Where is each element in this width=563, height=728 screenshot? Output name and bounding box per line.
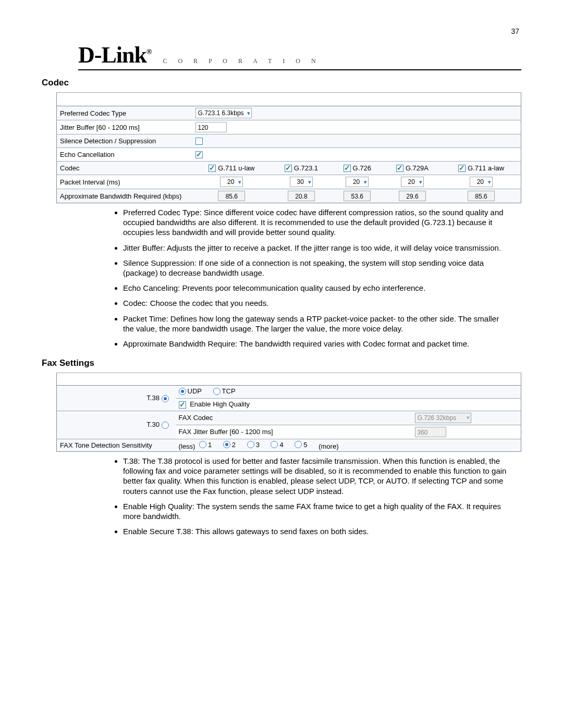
fax-notes-list: T.38: The T.38 protocol is used for bett… (42, 456, 521, 536)
tone-radio-5[interactable] (295, 441, 302, 448)
chevron-down-icon: ▾ (306, 179, 311, 186)
fax-codec-label: FAX Codec (176, 411, 412, 425)
fax-note: Enable Secure T.38: This allows gateways… (123, 526, 512, 536)
codec-settings-header: Codec Settings (57, 93, 521, 106)
t30-radio[interactable] (162, 422, 169, 429)
jitter-buffer-input[interactable]: 120 (195, 122, 227, 132)
tone-radio-4[interactable] (271, 441, 278, 448)
t38-label: T.38 (146, 394, 160, 402)
tone-opt-label: 5 (303, 441, 307, 449)
chevron-down-icon: ▾ (464, 414, 470, 421)
codec-g729a-label: G.729A (406, 164, 429, 172)
chevron-down-icon: ▾ (362, 179, 367, 186)
chevron-down-icon: ▾ (417, 179, 422, 186)
bandwidth-value-1: 20.8 (288, 191, 315, 201)
codec-g729a-checkbox[interactable] (396, 165, 403, 172)
bandwidth-value-0: 85.6 (218, 191, 245, 201)
tone-more-label: (more) (319, 442, 338, 450)
echo-cancellation-label: Echo Cancellation (57, 148, 192, 162)
brand-logo: D-Link® (78, 42, 151, 68)
codec-g7231-checkbox[interactable] (285, 165, 292, 172)
codec-g726-checkbox[interactable] (344, 165, 351, 172)
codec-g726-label: G.726 (353, 164, 371, 172)
preferred-codec-select[interactable]: G.723.1 6.3kbps ▾ (195, 108, 252, 118)
udp-radio[interactable] (179, 388, 186, 395)
t38-radio[interactable] (162, 395, 169, 402)
tone-less-label: (less) (179, 442, 195, 450)
codec-note: Echo Canceling: Prevents poor telecommun… (123, 283, 512, 293)
codec-g711a-checkbox[interactable] (458, 165, 466, 172)
tone-opt-label: 1 (208, 441, 212, 449)
codec-heading: Codec (42, 78, 521, 88)
pkt-interval-select-0[interactable]: 20▾ (220, 177, 243, 187)
fax-jitter-input[interactable]: 360 (415, 427, 446, 437)
t30-label: T.30 (146, 421, 160, 428)
tone-radio-1[interactable] (199, 441, 206, 448)
tone-radio-2[interactable] (223, 441, 230, 448)
tone-radio-3[interactable] (247, 441, 254, 448)
codec-settings-table: Codec Settings Preferred Codec Type G.72… (56, 92, 521, 203)
chevron-down-icon: ▾ (245, 110, 250, 117)
codec-note: Jitter Buffer: Adjusts the jitter to rec… (123, 243, 512, 253)
silence-suppression-checkbox[interactable] (195, 138, 203, 145)
fax-tone-sensitivity-label: FAX Tone Detection Sensitivity (57, 439, 176, 452)
enable-high-quality-checkbox[interactable] (179, 401, 186, 409)
codec-note: Packet Time: Defines how long the gatewa… (123, 314, 512, 334)
pkt-interval-select-2[interactable]: 20▾ (346, 177, 369, 187)
bandwidth-value-3: 29.6 (399, 191, 426, 201)
pkt-interval-select-4[interactable]: 20▾ (470, 177, 493, 187)
bandwidth-value-2: 53.6 (344, 191, 371, 201)
tone-opt-label: 2 (232, 441, 236, 449)
tone-opt-label: 4 (279, 441, 283, 449)
chevron-down-icon: ▾ (486, 179, 491, 186)
codec-list-label: Codec (57, 162, 192, 175)
page-header: D-Link® C O R P O R A T I O N (78, 42, 521, 70)
brand-subtitle: C O R P O R A T I O N (163, 57, 320, 68)
codec-notes-list: Preferred Codec Type: Since different vo… (42, 207, 521, 349)
pkt-interval-select-3[interactable]: 20▾ (401, 177, 424, 187)
silence-suppression-label: Silence Detection / Suppression (57, 134, 192, 148)
pkt-interval-select-1[interactable]: 30▾ (290, 177, 313, 187)
tone-opt-label: 3 (256, 441, 260, 449)
chevron-down-icon: ▾ (236, 179, 241, 186)
codec-g711a-label: G.711 a-law (468, 164, 504, 172)
fax-settings-header: FAX Settings (57, 373, 521, 386)
header-divider (78, 69, 521, 70)
tcp-radio[interactable] (213, 388, 221, 395)
udp-label: UDP (188, 387, 202, 395)
preferred-codec-label: Preferred Codec Type (57, 106, 192, 120)
fax-note: Enable High Quality: The system sends th… (123, 501, 512, 521)
packet-interval-label: Packet Interval (ms) (57, 175, 192, 189)
codec-g711u-checkbox[interactable] (209, 165, 216, 172)
codec-note: Silence Suppression: If one side of a co… (123, 258, 512, 278)
enable-high-quality-label: Enable High Quality (190, 400, 250, 408)
fax-settings-table: FAX Settings T.38 UDP TCP Enable High Qu… (56, 373, 521, 452)
fax-jitter-label: FAX Jitter Buffer [60 - 1200 ms] (176, 425, 412, 439)
codec-note: Approximate Bandwidth Require: The bandw… (123, 339, 512, 349)
fax-note: T.38: The T.38 protocol is used for bett… (123, 456, 512, 496)
codec-g7231-label: G.723.1 (294, 164, 318, 172)
bandwidth-label: Approximate Bandwidth Required (kbps) (57, 189, 192, 203)
codec-note: Codec: Choose the codec that you needs. (123, 298, 512, 308)
page-number: 37 (511, 27, 519, 35)
bandwidth-value-4: 85.6 (468, 191, 495, 201)
fax-codec-select[interactable]: G.726 32kbps ▾ (415, 413, 471, 423)
codec-note: Preferred Codec Type: Since different vo… (123, 207, 512, 238)
codec-g711u-label: G.711 u-law (218, 164, 254, 172)
echo-cancellation-checkbox[interactable] (195, 151, 203, 158)
tcp-label: TCP (222, 387, 236, 395)
jitter-buffer-label: Jitter Buffer [60 - 1200 ms] (57, 120, 192, 134)
fax-heading: Fax Settings (42, 358, 521, 368)
